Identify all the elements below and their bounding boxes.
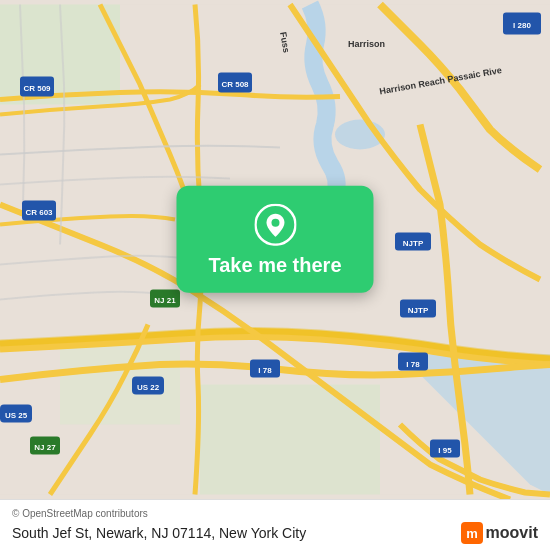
moovit-brand-text: moovit [486, 524, 538, 542]
svg-text:Harrison: Harrison [348, 39, 385, 49]
cta-label: Take me there [208, 253, 341, 276]
svg-text:I 78: I 78 [258, 366, 272, 375]
footer: © OpenStreetMap contributors South Jef S… [0, 499, 550, 550]
svg-text:NJ 21: NJ 21 [154, 296, 176, 305]
copyright-row: © OpenStreetMap contributors [12, 508, 538, 519]
copyright-text: © OpenStreetMap contributors [12, 508, 148, 519]
svg-text:CR 509: CR 509 [23, 84, 51, 93]
cta-button[interactable]: Take me there [176, 185, 373, 292]
app-container: I 280 CR 509 CR 508 CR 603 NJ 21 I 78 I … [0, 0, 550, 550]
svg-text:US 25: US 25 [5, 411, 28, 420]
moovit-logo: m moovit [461, 522, 538, 544]
address-row: South Jef St, Newark, NJ 07114, New York… [12, 522, 538, 544]
svg-text:US 22: US 22 [137, 383, 160, 392]
svg-text:CR 603: CR 603 [25, 208, 53, 217]
location-pin-icon [254, 203, 296, 245]
svg-text:m: m [466, 526, 478, 541]
svg-text:I 280: I 280 [513, 21, 531, 30]
address-text: South Jef St, Newark, NJ 07114, New York… [12, 525, 306, 541]
svg-text:I 95: I 95 [438, 446, 452, 455]
svg-text:CR 508: CR 508 [221, 80, 249, 89]
svg-text:NJ 27: NJ 27 [34, 443, 56, 452]
map-container: I 280 CR 509 CR 508 CR 603 NJ 21 I 78 I … [0, 0, 550, 499]
svg-text:I 78: I 78 [406, 360, 420, 369]
svg-rect-3 [200, 385, 380, 495]
svg-point-35 [271, 218, 279, 226]
svg-text:NJTP: NJTP [403, 239, 424, 248]
moovit-logo-icon: m [461, 522, 483, 544]
svg-text:NJTP: NJTP [408, 306, 429, 315]
